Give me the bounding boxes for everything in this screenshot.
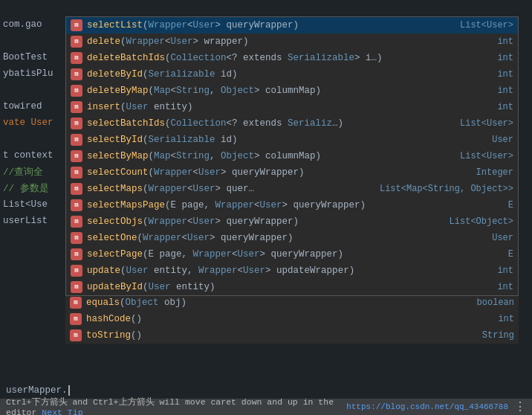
ac-item-updatebyid[interactable]: m updateById(User entity) int [66,279,518,295]
ac-method-hashcode: hashCode() [86,314,492,324]
code-line-2 [0,33,65,49]
ac-return-9: Integer [470,167,513,178]
code-line-8 [0,131,65,147]
ac-icon-7: m [71,134,82,146]
ac-return-6: List<User> [454,118,513,129]
ac-return-equals: boolean [471,297,514,308]
ac-icon-3: m [71,68,82,80]
code-line-5 [0,82,65,98]
status-tip-text: Ctrl+下方箭头 and Ctrl+上方箭头 will move caret … [6,396,346,415]
ac-method-7: selectById(Serializable id) [87,135,486,145]
ac-return-12: List<Object> [444,216,513,227]
code-line-11: // 参数是 [0,180,65,196]
code-line-1: com.gao [0,16,65,33]
ac-icon-8: m [71,150,82,162]
ac-item-selectmapspage[interactable]: m selectMapsPage(E page, Wrapper<User> q… [66,197,518,213]
editor-left-lines: com.gao BootTest ybatisPlu towired vate … [0,16,65,399]
ac-return-tostring: String [476,330,514,341]
ac-method-tostring: toString() [86,330,476,341]
cursor-caret [68,385,70,396]
ac-return-8: List<User> [454,151,513,161]
ac-item-delete[interactable]: m delete(Wrapper<User> wrapper) int [66,33,518,50]
ac-return-0: List<User> [454,20,513,30]
code-line-6: towired [0,98,65,115]
ac-icon-10: m [71,183,82,195]
ac-method-4: deleteByMap(Map<String, Object> columnMa… [87,86,491,96]
ac-item-insert[interactable]: m insert(User entity) int [66,99,518,115]
ac-method-0: selectList(Wrapper<User> queryWrapper) [87,20,454,30]
ac-item-selectmaps[interactable]: m selectMaps(Wrapper<User> quer… List<Ma… [66,181,518,197]
more-options-icon[interactable]: ⋮ [514,399,526,414]
ac-item-selectbatchids[interactable]: m selectBatchIds(Collection<? extends Se… [66,115,518,132]
ac-item-selectobjs[interactable]: m selectObjs(Wrapper<User> queryWrapper)… [66,213,518,230]
ac-method-13: selectOne(Wrapper<User> queryWrapper) [87,233,486,243]
ac-item-update[interactable]: m update(User entity, Wrapper<User> upda… [66,263,518,279]
ac-item-selectlist[interactable]: m selectList(Wrapper<User> queryWrapper)… [66,17,518,33]
ac-item-hashcode[interactable]: m hashCode() int [65,311,519,327]
ac-icon-0: m [71,19,82,31]
ac-return-13: User [486,233,513,243]
ac-return-10: List<Map<String, Object>> [374,184,513,194]
status-bar: Ctrl+下方箭头 and Ctrl+上方箭头 will move caret … [0,399,532,415]
ac-item-deletebyid[interactable]: m deleteById(Serializable id) int [66,66,518,83]
ac-return-1: int [491,36,513,47]
ac-icon-equals: m [70,297,82,309]
code-line-4: ybatisPlu [0,65,65,82]
ac-item-selectpage[interactable]: m selectPage(E page, Wrapper<User> query… [66,246,518,263]
ac-icon-4: m [71,85,82,97]
ac-icon-hashcode: m [70,313,82,325]
ac-icon-12: m [71,216,82,228]
ac-return-16: int [491,282,513,292]
ac-icon-16: m [71,281,82,293]
ac-item-selectcount[interactable]: m selectCount(Wrapper<User> queryWrapper… [66,164,518,181]
ac-method-14: selectPage(E page, Wrapper<User> queryWr… [87,249,502,260]
ac-method-15: update(User entity, Wrapper<User> update… [87,266,491,276]
ac-item-equals[interactable]: m equals(Object obj) boolean [65,295,519,311]
ac-return-2: int [491,53,513,63]
ac-return-7: User [486,135,513,145]
ac-item-deletebymap[interactable]: m deleteByMap(Map<String, Object> column… [66,83,518,99]
status-url[interactable]: https://blog.csdn.net/qq_43466788 [346,402,508,411]
code-line-12: List<Use [0,196,65,213]
ac-item-selectbyid[interactable]: m selectById(Serializable id) User [66,132,518,148]
ac-method-5: insert(User entity) [87,102,491,112]
ac-item-selectone[interactable]: m selectOne(Wrapper<User> queryWrapper) … [66,230,518,246]
ac-method-11: selectMapsPage(E page, Wrapper<User> que… [87,200,502,210]
ac-return-15: int [491,266,513,276]
ac-return-4: int [491,86,513,96]
code-line-13: userList [0,213,65,229]
ac-method-9: selectCount(Wrapper<User> queryWrapper) [87,167,470,178]
ac-item-deletebatchids[interactable]: m deleteBatchIds(Collection<? extends Se… [66,50,518,66]
ac-method-6: selectBatchIds(Collection<? extends Seri… [87,118,454,129]
ac-method-2: deleteBatchIds(Collection<? extends Seri… [87,53,491,63]
ac-icon-11: m [71,199,82,211]
ac-return-3: int [491,69,513,80]
ac-item-tostring[interactable]: m toString() String [65,327,519,344]
ac-return-11: E [502,200,513,210]
ac-icon-2: m [71,52,82,64]
ac-method-1: delete(Wrapper<User> wrapper) [87,36,491,47]
code-line-7: vate User [0,115,65,131]
ac-method-10: selectMaps(Wrapper<User> quer… [87,184,374,194]
ac-icon-tostring: m [70,329,82,341]
ac-icon-14: m [71,248,82,260]
ac-icon-15: m [71,265,82,277]
ac-icon-9: m [71,167,82,178]
ac-return-hashcode: int [492,314,514,324]
ac-icon-1: m [71,36,82,48]
ac-item-selectbymap[interactable]: m selectByMap(Map<String, Object> column… [66,148,518,164]
ac-return-14: E [502,249,513,260]
code-line-3: BootTest [0,49,65,65]
bottom-code-text: userMapper. [6,385,68,396]
ac-method-equals: equals(Object obj) [86,297,471,308]
ac-method-16: updateById(User entity) [87,282,491,292]
autocomplete-popup: m selectList(Wrapper<User> queryWrapper)… [65,16,519,296]
ac-return-5: int [491,102,513,112]
next-tip-link[interactable]: Next Tip [42,408,82,415]
ac-method-3: deleteById(Serializable id) [87,69,491,80]
code-line-9: t context [0,147,65,164]
code-line-10: //查询全 [0,164,65,180]
ac-method-8: selectByMap(Map<String, Object> columnMa… [87,151,454,161]
ac-icon-6: m [71,118,82,129]
ac-icon-13: m [71,232,82,244]
